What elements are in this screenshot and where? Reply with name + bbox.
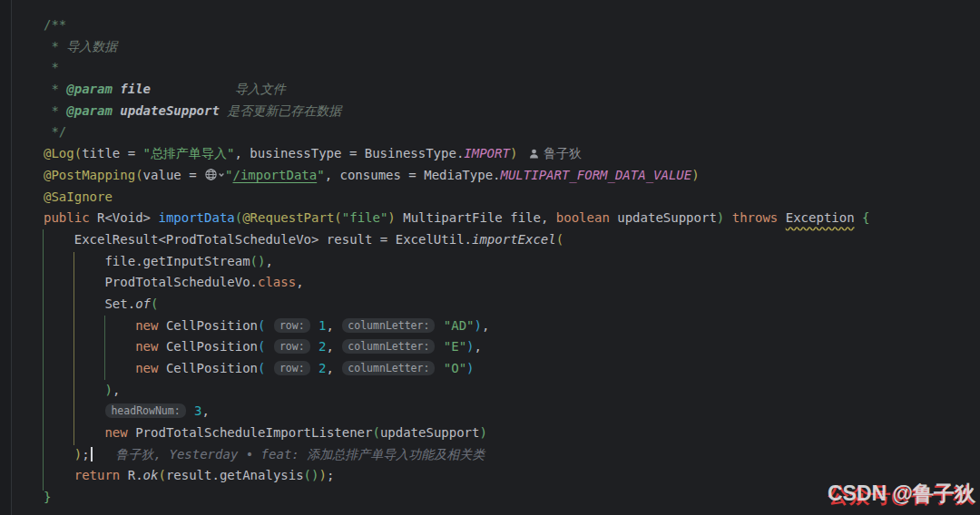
code-token bbox=[44, 318, 135, 333]
code-line[interactable]: ExcelResult<ProdTotalScheduleVo> result … bbox=[44, 229, 869, 251]
code-token: MultipartFile file, bbox=[396, 210, 556, 225]
code-token: importExcel bbox=[472, 232, 556, 247]
code-token: * bbox=[44, 39, 66, 53]
code-token bbox=[151, 82, 235, 96]
code-token bbox=[44, 361, 135, 375]
code-token: new bbox=[135, 318, 158, 333]
code-token: ) bbox=[475, 318, 482, 333]
code-token: () bbox=[250, 254, 266, 268]
code-token: , bbox=[482, 318, 489, 333]
code-token: class bbox=[258, 275, 296, 289]
code-line[interactable]: * @param file 导入文件 bbox=[44, 79, 869, 101]
code-token: , bbox=[201, 403, 209, 418]
code-token: ) bbox=[510, 146, 517, 160]
code-token: MULTIPART_FORM_DATA_VALUE bbox=[501, 168, 692, 182]
code-editor-area[interactable]: /** * 导入数据 * * @param file 导入文件 * @param… bbox=[44, 15, 869, 509]
code-token: , consumes = MediaType. bbox=[325, 168, 501, 182]
code-token: updateSupport bbox=[380, 425, 480, 440]
author-icon bbox=[528, 145, 540, 167]
code-line[interactable]: * @param updateSupport 是否更新已存在数据 bbox=[44, 101, 869, 122]
code-token: ( bbox=[372, 425, 379, 440]
parameter-name-hint: columnLetter: bbox=[342, 361, 435, 375]
code-line[interactable]: */ bbox=[44, 121, 869, 143]
code-token: ) bbox=[691, 168, 699, 182]
code-line[interactable]: );鲁子狄, Yesterday • feat: 添加总排产单导入功能及相关类 bbox=[44, 444, 869, 466]
endpoint-url-link[interactable]: /importData bbox=[232, 168, 317, 182]
code-token: ) bbox=[466, 361, 474, 375]
code-token: boolean bbox=[556, 210, 610, 225]
code-line[interactable]: new CellPosition( row: 1, columnLetter: … bbox=[44, 316, 869, 337]
code-token: @param bbox=[66, 103, 120, 118]
code-token: result.getAnalysis bbox=[166, 468, 304, 482]
code-token: ProdTotalScheduleImportListener bbox=[128, 425, 373, 440]
code-token bbox=[44, 383, 104, 397]
code-line[interactable]: new ProdTotalScheduleImportListener(upda… bbox=[44, 423, 869, 444]
editor-left-gutter bbox=[0, 0, 12, 515]
code-line[interactable]: new CellPosition( row: 2, columnLetter: … bbox=[44, 358, 869, 380]
code-token: * bbox=[44, 60, 59, 74]
code-token: IMPORT bbox=[464, 146, 510, 160]
code-token: ; bbox=[327, 468, 334, 482]
code-line[interactable]: file.getInputStream(), bbox=[44, 251, 869, 273]
code-token: R. bbox=[120, 468, 142, 482]
code-token bbox=[44, 425, 104, 440]
code-token: "E" bbox=[444, 339, 466, 354]
code-line[interactable]: @PostMapping(value = "/importData", cons… bbox=[44, 165, 869, 187]
code-token: ( bbox=[158, 468, 165, 482]
code-line[interactable]: @SaIgnore bbox=[44, 187, 869, 209]
code-line[interactable]: @Log(title = "总排产单导入", businessType = Bu… bbox=[44, 143, 869, 165]
code-line[interactable]: * 导入数据 bbox=[44, 36, 869, 58]
code-token: new bbox=[135, 361, 158, 375]
code-token: () bbox=[304, 468, 319, 482]
code-token: ) bbox=[318, 468, 326, 482]
code-token: file.getInputStream bbox=[44, 254, 250, 268]
code-line[interactable]: Set.of( bbox=[44, 294, 869, 316]
code-line[interactable]: return R.ok(result.getAnalysis()); bbox=[44, 465, 869, 487]
code-line[interactable]: public R<Void> importData(@RequestPart("… bbox=[44, 208, 869, 229]
code-line[interactable]: ), bbox=[44, 380, 869, 402]
code-token: R<Void> bbox=[97, 210, 158, 225]
code-token: @RequestPart bbox=[242, 210, 334, 225]
code-token: Exception bbox=[786, 210, 855, 225]
code-token: 鲁子狄, Yesterday • feat: 添加总排产单导入功能及相关类 bbox=[116, 447, 485, 462]
code-token: title = bbox=[82, 146, 142, 160]
code-token: } bbox=[44, 490, 51, 504]
code-line[interactable]: headRowNum: 3, bbox=[44, 401, 869, 423]
code-token: ( bbox=[74, 146, 82, 160]
author-inlay-hint: 鲁子狄 bbox=[528, 146, 582, 160]
code-token: throws bbox=[732, 210, 779, 225]
code-token: , bbox=[326, 361, 341, 375]
code-token bbox=[724, 210, 731, 225]
code-token: value = bbox=[143, 168, 204, 182]
code-token: ) bbox=[104, 383, 112, 397]
code-token bbox=[44, 403, 104, 418]
code-line[interactable]: /** bbox=[44, 15, 869, 36]
code-line[interactable]: * bbox=[44, 57, 869, 79]
code-token bbox=[265, 361, 272, 375]
author-inlay-name: 鲁子狄 bbox=[544, 146, 582, 160]
code-token bbox=[44, 339, 135, 354]
code-token: CellPosition bbox=[158, 318, 258, 333]
code-token bbox=[44, 447, 74, 462]
code-token: ) bbox=[466, 339, 474, 354]
parameter-name-hint: row: bbox=[274, 318, 310, 333]
code-token bbox=[436, 318, 443, 333]
code-token: ; bbox=[82, 447, 89, 462]
code-token: CellPosition bbox=[158, 339, 258, 354]
code-token bbox=[44, 468, 74, 482]
code-line[interactable]: } bbox=[44, 487, 869, 509]
code-token: , bbox=[326, 339, 341, 354]
globe-icon[interactable] bbox=[204, 167, 225, 189]
code-token: Set. bbox=[44, 296, 135, 311]
code-line[interactable]: new CellPosition( row: 2, columnLetter: … bbox=[44, 336, 869, 358]
code-token: 是否更新已存在数据 bbox=[227, 103, 341, 118]
code-token: CellPosition bbox=[158, 361, 258, 375]
code-token: updateSupport bbox=[610, 210, 717, 225]
code-token: * bbox=[44, 82, 66, 96]
code-token: * bbox=[44, 103, 66, 118]
code-line[interactable]: ProdTotalScheduleVo.class, bbox=[44, 272, 869, 294]
code-token bbox=[436, 361, 443, 375]
parameter-name-hint: columnLetter: bbox=[342, 318, 435, 333]
code-token: ( bbox=[334, 210, 341, 225]
code-token bbox=[311, 318, 318, 333]
